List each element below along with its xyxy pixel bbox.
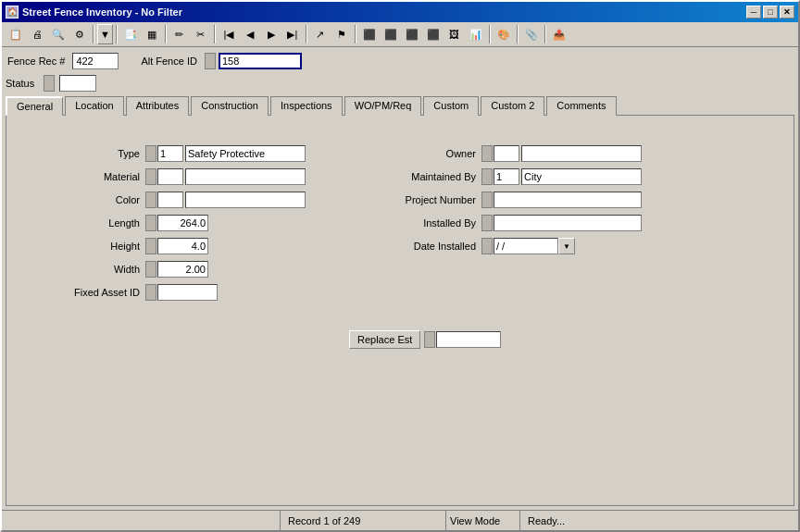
replace-est-row: Replace Est xyxy=(349,330,747,349)
status-indicator xyxy=(44,75,55,92)
tab-inspections[interactable]: Inspections xyxy=(270,96,343,116)
tab-wo-pm-req[interactable]: WO/PM/Req xyxy=(344,96,422,116)
maintained-by-field: Maintained By xyxy=(380,167,642,187)
material-value-input[interactable] xyxy=(185,168,306,185)
minimize-button[interactable]: ─ xyxy=(746,6,761,19)
toolbar-find[interactable]: 🔍 xyxy=(48,24,69,44)
top-fields-row: Fence Rec # Alt Fence ID xyxy=(6,51,794,71)
color-value-input[interactable] xyxy=(185,192,306,208)
toolbar-copy3[interactable]: ⬛ xyxy=(402,24,422,44)
toolbar-prev[interactable]: ◀ xyxy=(240,24,260,44)
toolbar-flag[interactable]: ⚑ xyxy=(331,24,352,44)
color-num-input[interactable] xyxy=(157,192,183,208)
toolbar-copy1[interactable]: ⬛ xyxy=(359,24,380,44)
status-label: Status xyxy=(6,78,34,89)
height-input[interactable] xyxy=(157,238,208,254)
height-indicator xyxy=(145,238,156,254)
toolbar-cut[interactable]: ✂ xyxy=(191,24,211,44)
sep4 xyxy=(214,25,216,43)
status-empty-panel xyxy=(2,511,280,530)
color-field: Color xyxy=(53,190,306,210)
sep7 xyxy=(489,25,491,43)
toolbar-color[interactable]: 🎨 xyxy=(494,24,514,44)
toolbar-copy4[interactable]: ⬛ xyxy=(423,24,444,44)
toolbar-grid[interactable]: ▦ xyxy=(142,24,162,44)
material-indicator xyxy=(145,168,156,185)
date-installed-indicator xyxy=(481,238,493,254)
toolbar-copy2[interactable]: ⬛ xyxy=(381,24,401,44)
tab-comments[interactable]: Comments xyxy=(546,96,616,116)
toolbar-view[interactable]: 📑 xyxy=(120,24,141,44)
tab-general[interactable]: General xyxy=(6,96,63,116)
tabs-container: General Location Attributes Construction… xyxy=(6,95,794,116)
alt-fence-id-input[interactable] xyxy=(219,53,302,69)
tab-custom2[interactable]: Custom 2 xyxy=(481,96,544,116)
titlebar: 🏠 Street Fence Inventory - No Filter ─ □… xyxy=(2,2,798,22)
replace-est-button[interactable]: Replace Est xyxy=(349,330,420,349)
sep3 xyxy=(165,25,167,43)
installed-by-field: Installed By xyxy=(380,213,642,233)
maximize-button[interactable]: □ xyxy=(763,6,778,19)
sep2 xyxy=(116,25,118,43)
alt-fence-id-label: Alt Fence ID xyxy=(141,56,197,67)
fence-rec-label: Fence Rec # xyxy=(7,56,65,67)
toolbar-print[interactable]: 🖨 xyxy=(27,24,47,44)
type-num-input[interactable] xyxy=(157,145,183,162)
fence-rec-input[interactable] xyxy=(72,53,119,69)
date-installed-input[interactable] xyxy=(494,238,558,254)
toolbar-edit[interactable]: ✏ xyxy=(169,24,190,44)
toolbar-chart[interactable]: 📊 xyxy=(466,24,486,44)
owner-label: Owner xyxy=(380,148,481,159)
type-indicator xyxy=(145,145,156,162)
toolbar-jump[interactable]: ↗ xyxy=(310,24,331,44)
toolbar-next-last[interactable]: ▶| xyxy=(282,24,303,44)
left-column: Type Material xyxy=(53,143,306,303)
project-number-indicator xyxy=(481,192,493,208)
sep9 xyxy=(544,25,546,43)
installed-by-input[interactable] xyxy=(494,215,642,231)
length-field: Length xyxy=(53,213,306,233)
close-button[interactable]: ✕ xyxy=(780,6,794,19)
maintained-by-value-input[interactable] xyxy=(521,168,642,185)
date-dropdown-button[interactable]: ▼ xyxy=(558,238,575,254)
replace-est-input[interactable] xyxy=(436,331,501,348)
date-input-wrapper: ▼ xyxy=(494,238,575,254)
window-controls: ─ □ ✕ xyxy=(746,6,794,19)
length-input[interactable] xyxy=(157,215,208,231)
tab-custom[interactable]: Custom xyxy=(423,96,479,116)
length-label: Length xyxy=(53,217,145,229)
fixed-asset-label: Fixed Asset ID xyxy=(53,287,145,298)
width-field: Width xyxy=(53,259,306,279)
tab-attributes[interactable]: Attributes xyxy=(126,96,189,116)
type-label: Type xyxy=(53,148,145,159)
status-input[interactable] xyxy=(59,75,96,92)
ready-panel: Ready... xyxy=(520,511,798,530)
toolbar-new[interactable]: 📋 xyxy=(6,24,26,44)
owner-num-input[interactable] xyxy=(494,145,519,162)
project-number-label: Project Number xyxy=(380,194,481,205)
toolbar-export[interactable]: 📤 xyxy=(549,24,569,44)
toolbar-settings[interactable]: ⚙ xyxy=(69,24,90,44)
width-input[interactable] xyxy=(157,261,208,278)
fixed-asset-input[interactable] xyxy=(157,284,218,301)
view-mode-panel: View Mode xyxy=(446,511,520,530)
owner-value-input[interactable] xyxy=(521,145,642,162)
toolbar-filter-dropdown[interactable]: ▼ xyxy=(97,24,113,44)
toolbar-img[interactable]: 🖼 xyxy=(444,24,465,44)
toolbar-attach[interactable]: 📎 xyxy=(521,24,542,44)
owner-field: Owner xyxy=(380,143,642,164)
width-label: Width xyxy=(53,264,145,275)
app-icon: 🏠 xyxy=(6,6,19,19)
fixed-asset-indicator xyxy=(145,284,156,301)
maintained-by-label: Maintained By xyxy=(380,171,481,182)
tab-construction[interactable]: Construction xyxy=(191,96,269,116)
main-window: 🏠 Street Fence Inventory - No Filter ─ □… xyxy=(0,0,800,532)
maintained-by-num-input[interactable] xyxy=(494,168,519,185)
type-value-input[interactable] xyxy=(185,145,306,162)
tab-location[interactable]: Location xyxy=(65,96,124,116)
material-num-input[interactable] xyxy=(157,168,183,185)
toolbar-next[interactable]: ▶ xyxy=(261,24,281,44)
window-title: Street Fence Inventory - No Filter xyxy=(22,6,182,18)
toolbar-prev-first[interactable]: |◀ xyxy=(219,24,239,44)
project-number-input[interactable] xyxy=(494,192,642,208)
